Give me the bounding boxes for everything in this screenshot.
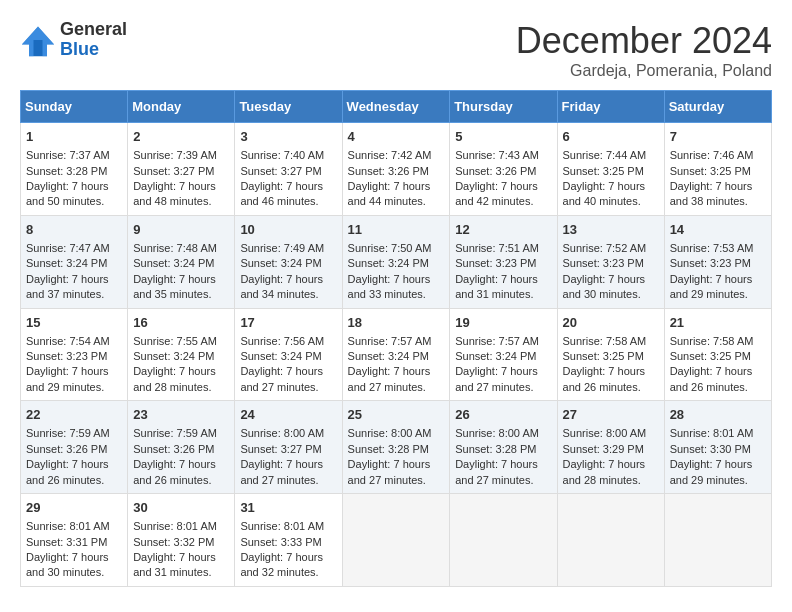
daylight-text: Daylight: 7 hours and 27 minutes.: [455, 458, 538, 485]
calendar-cell: 28Sunrise: 8:01 AMSunset: 3:30 PMDayligh…: [664, 401, 771, 494]
daylight-text: Daylight: 7 hours and 31 minutes.: [133, 551, 216, 578]
day-number: 11: [348, 221, 445, 239]
daylight-text: Daylight: 7 hours and 27 minutes.: [455, 365, 538, 392]
day-number: 22: [26, 406, 122, 424]
daylight-text: Daylight: 7 hours and 40 minutes.: [563, 180, 646, 207]
location: Gardeja, Pomerania, Poland: [516, 62, 772, 80]
sunrise-text: Sunrise: 7:37 AM: [26, 149, 110, 161]
logo: General Blue: [20, 20, 127, 60]
day-number: 24: [240, 406, 336, 424]
calendar-week-3: 15Sunrise: 7:54 AMSunset: 3:23 PMDayligh…: [21, 308, 772, 401]
calendar-cell: 3Sunrise: 7:40 AMSunset: 3:27 PMDaylight…: [235, 123, 342, 216]
sunrise-text: Sunrise: 7:40 AM: [240, 149, 324, 161]
sunset-text: Sunset: 3:27 PM: [240, 443, 321, 455]
day-number: 31: [240, 499, 336, 517]
day-number: 25: [348, 406, 445, 424]
calendar-cell: 11Sunrise: 7:50 AMSunset: 3:24 PMDayligh…: [342, 215, 450, 308]
daylight-text: Daylight: 7 hours and 37 minutes.: [26, 273, 109, 300]
daylight-text: Daylight: 7 hours and 32 minutes.: [240, 551, 323, 578]
calendar-cell: 23Sunrise: 7:59 AMSunset: 3:26 PMDayligh…: [128, 401, 235, 494]
sunrise-text: Sunrise: 7:43 AM: [455, 149, 539, 161]
day-number: 26: [455, 406, 551, 424]
calendar-cell: 27Sunrise: 8:00 AMSunset: 3:29 PMDayligh…: [557, 401, 664, 494]
sunrise-text: Sunrise: 7:56 AM: [240, 335, 324, 347]
sunset-text: Sunset: 3:27 PM: [133, 165, 214, 177]
day-number: 27: [563, 406, 659, 424]
sunrise-text: Sunrise: 7:59 AM: [26, 427, 110, 439]
sunset-text: Sunset: 3:32 PM: [133, 536, 214, 548]
day-number: 2: [133, 128, 229, 146]
logo-blue-text: Blue: [60, 40, 127, 60]
daylight-text: Daylight: 7 hours and 29 minutes.: [26, 365, 109, 392]
day-number: 8: [26, 221, 122, 239]
daylight-text: Daylight: 7 hours and 42 minutes.: [455, 180, 538, 207]
month-title: December 2024: [516, 20, 772, 62]
daylight-text: Daylight: 7 hours and 27 minutes.: [240, 365, 323, 392]
calendar-cell: 8Sunrise: 7:47 AMSunset: 3:24 PMDaylight…: [21, 215, 128, 308]
daylight-text: Daylight: 7 hours and 31 minutes.: [455, 273, 538, 300]
sunset-text: Sunset: 3:24 PM: [26, 257, 107, 269]
sunset-text: Sunset: 3:25 PM: [563, 165, 644, 177]
calendar-header-tuesday: Tuesday: [235, 91, 342, 123]
calendar-cell: 16Sunrise: 7:55 AMSunset: 3:24 PMDayligh…: [128, 308, 235, 401]
calendar-header-wednesday: Wednesday: [342, 91, 450, 123]
sunrise-text: Sunrise: 8:00 AM: [240, 427, 324, 439]
daylight-text: Daylight: 7 hours and 48 minutes.: [133, 180, 216, 207]
calendar-cell: 31Sunrise: 8:01 AMSunset: 3:33 PMDayligh…: [235, 494, 342, 587]
sunset-text: Sunset: 3:30 PM: [670, 443, 751, 455]
calendar-cell: [664, 494, 771, 587]
day-number: 4: [348, 128, 445, 146]
day-number: 17: [240, 314, 336, 332]
calendar-cell: [342, 494, 450, 587]
calendar-cell: 14Sunrise: 7:53 AMSunset: 3:23 PMDayligh…: [664, 215, 771, 308]
sunset-text: Sunset: 3:25 PM: [670, 165, 751, 177]
sunset-text: Sunset: 3:25 PM: [670, 350, 751, 362]
sunrise-text: Sunrise: 7:39 AM: [133, 149, 217, 161]
day-number: 28: [670, 406, 766, 424]
day-number: 5: [455, 128, 551, 146]
calendar-header-sunday: Sunday: [21, 91, 128, 123]
sunset-text: Sunset: 3:28 PM: [455, 443, 536, 455]
sunset-text: Sunset: 3:25 PM: [563, 350, 644, 362]
calendar-cell: 5Sunrise: 7:43 AMSunset: 3:26 PMDaylight…: [450, 123, 557, 216]
sunrise-text: Sunrise: 7:58 AM: [670, 335, 754, 347]
sunrise-text: Sunrise: 7:44 AM: [563, 149, 647, 161]
sunrise-text: Sunrise: 8:01 AM: [670, 427, 754, 439]
daylight-text: Daylight: 7 hours and 30 minutes.: [563, 273, 646, 300]
sunset-text: Sunset: 3:26 PM: [133, 443, 214, 455]
daylight-text: Daylight: 7 hours and 34 minutes.: [240, 273, 323, 300]
calendar-cell: [450, 494, 557, 587]
sunrise-text: Sunrise: 8:01 AM: [26, 520, 110, 532]
sunset-text: Sunset: 3:26 PM: [26, 443, 107, 455]
day-number: 16: [133, 314, 229, 332]
daylight-text: Daylight: 7 hours and 38 minutes.: [670, 180, 753, 207]
daylight-text: Daylight: 7 hours and 44 minutes.: [348, 180, 431, 207]
sunset-text: Sunset: 3:24 PM: [455, 350, 536, 362]
daylight-text: Daylight: 7 hours and 46 minutes.: [240, 180, 323, 207]
sunset-text: Sunset: 3:27 PM: [240, 165, 321, 177]
logo-general-text: General: [60, 20, 127, 40]
sunset-text: Sunset: 3:23 PM: [26, 350, 107, 362]
sunrise-text: Sunrise: 7:53 AM: [670, 242, 754, 254]
calendar-week-1: 1Sunrise: 7:37 AMSunset: 3:28 PMDaylight…: [21, 123, 772, 216]
sunset-text: Sunset: 3:23 PM: [455, 257, 536, 269]
calendar-cell: 26Sunrise: 8:00 AMSunset: 3:28 PMDayligh…: [450, 401, 557, 494]
sunset-text: Sunset: 3:24 PM: [240, 257, 321, 269]
day-number: 12: [455, 221, 551, 239]
daylight-text: Daylight: 7 hours and 28 minutes.: [133, 365, 216, 392]
day-number: 18: [348, 314, 445, 332]
daylight-text: Daylight: 7 hours and 29 minutes.: [670, 458, 753, 485]
sunrise-text: Sunrise: 7:48 AM: [133, 242, 217, 254]
sunset-text: Sunset: 3:31 PM: [26, 536, 107, 548]
sunrise-text: Sunrise: 7:57 AM: [348, 335, 432, 347]
daylight-text: Daylight: 7 hours and 50 minutes.: [26, 180, 109, 207]
sunrise-text: Sunrise: 7:55 AM: [133, 335, 217, 347]
calendar-header-saturday: Saturday: [664, 91, 771, 123]
sunset-text: Sunset: 3:23 PM: [563, 257, 644, 269]
sunset-text: Sunset: 3:33 PM: [240, 536, 321, 548]
sunrise-text: Sunrise: 7:47 AM: [26, 242, 110, 254]
sunrise-text: Sunrise: 8:01 AM: [133, 520, 217, 532]
sunrise-text: Sunrise: 7:50 AM: [348, 242, 432, 254]
daylight-text: Daylight: 7 hours and 35 minutes.: [133, 273, 216, 300]
calendar-header-friday: Friday: [557, 91, 664, 123]
